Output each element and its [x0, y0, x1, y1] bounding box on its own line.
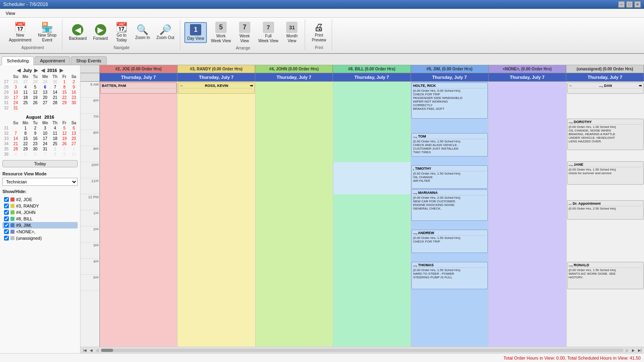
- aug-day-3b[interactable]: 3: [69, 146, 78, 152]
- none-checkbox[interactable]: [4, 229, 9, 234]
- jul-day-2[interactable]: 2: [69, 79, 78, 84]
- jul-day-25[interactable]: 25: [21, 100, 31, 105]
- jul-day-29[interactable]: 29: [40, 79, 50, 84]
- scroll-back-btn[interactable]: ◀: [89, 348, 93, 352]
- jul-day-16[interactable]: 16: [69, 90, 78, 95]
- tab-appointment[interactable]: Appointment: [35, 56, 70, 65]
- aug-day-6b[interactable]: 6: [31, 152, 40, 157]
- aug-day-29[interactable]: 29: [21, 146, 31, 152]
- aug-day-22[interactable]: 22: [21, 141, 31, 146]
- aug-day-3[interactable]: 3: [40, 125, 50, 131]
- aug-day-10b[interactable]: 10: [69, 152, 78, 157]
- work-week-view-button[interactable]: 5 WorkWeek View: [208, 20, 233, 45]
- jim-checkbox[interactable]: [4, 223, 9, 228]
- jul-day-8[interactable]: 8: [60, 84, 69, 90]
- jul-day-27[interactable]: 27: [40, 100, 50, 105]
- aug-day-18[interactable]: 18: [50, 136, 60, 141]
- new-appointment-button[interactable]: 📅 NewAppointment: [6, 21, 34, 44]
- appointment-ronald[interactable]: ..., RONALD (0.00 Order Hrs, 1.50 Sched …: [567, 262, 644, 289]
- aug-day-31[interactable]: 31: [40, 146, 50, 152]
- aug-day-8[interactable]: 8: [21, 131, 31, 136]
- jul-day-29[interactable]: 29: [60, 100, 69, 105]
- aug-day-1[interactable]: 1: [21, 125, 31, 131]
- jul-day-28[interactable]: 28: [31, 79, 40, 84]
- jul-day-21[interactable]: 21: [50, 95, 60, 100]
- minimize-button[interactable]: ─: [618, 1, 625, 8]
- jul-day-30[interactable]: 30: [69, 100, 78, 105]
- jul-day-1[interactable]: 1: [60, 79, 69, 84]
- tab-scheduling[interactable]: Scheduling: [2, 56, 34, 65]
- aug-day-2b[interactable]: 2: [60, 146, 69, 152]
- full-week-view-button[interactable]: 7 FullWeek View: [256, 20, 281, 45]
- scroll-end-btn[interactable]: ▶|: [637, 348, 642, 352]
- jul-day-6[interactable]: 6: [40, 84, 50, 90]
- jul-day-7[interactable]: 7: [50, 84, 60, 90]
- aug-day-5b[interactable]: 5: [21, 152, 31, 157]
- jul-day-17[interactable]: 17: [11, 95, 20, 100]
- july-next-nav[interactable]: ▶: [33, 68, 39, 73]
- appointment-dorothy[interactable]: ..., DOROTHY (0.00 Order Hrs, 1.00 Sched…: [567, 119, 644, 150]
- appointment-andrew[interactable]: ..., ANDREW (0.00 Order Hrs, 1.50 Sched …: [411, 230, 488, 253]
- jul-day-11[interactable]: 11: [21, 90, 31, 95]
- aug-day-25[interactable]: 25: [50, 141, 60, 146]
- july-prev-nav[interactable]: ◀: [16, 68, 21, 73]
- print-preview-button[interactable]: 🖨 PrintPreview: [309, 21, 328, 44]
- month-view-button[interactable]: 31 MonthView: [282, 20, 301, 45]
- aug-day-23[interactable]: 23: [31, 141, 40, 146]
- forward-button[interactable]: ▶ Forward: [91, 23, 110, 43]
- show-hide-john[interactable]: #4, JOHN: [2, 209, 78, 216]
- john-checkbox[interactable]: [4, 210, 9, 215]
- appointment-holte-rick[interactable]: HOLTE, RICK (0.00 Order Hrs, 0.00 Sched …: [411, 82, 488, 119]
- aug-day-9b[interactable]: 9: [60, 152, 69, 157]
- jul-day-15[interactable]: 15: [60, 90, 69, 95]
- scroll-start-btn[interactable]: |◀: [82, 348, 87, 352]
- aug-day-12[interactable]: 12: [60, 131, 69, 136]
- appointment-dan[interactable]: ↔ ..., DAN ➡: [567, 82, 644, 94]
- aug-day-7[interactable]: 7: [11, 131, 20, 136]
- aug-day-21[interactable]: 21: [11, 141, 20, 146]
- aug-day-14[interactable]: 14: [11, 136, 20, 141]
- scroll-track[interactable]: [101, 349, 623, 352]
- year-next-nav[interactable]: ▶: [59, 68, 64, 73]
- jul-day-26[interactable]: 26: [11, 79, 20, 84]
- day-view-button[interactable]: 1 Day View: [184, 22, 207, 43]
- jul-day-5[interactable]: 5: [31, 84, 40, 90]
- aug-day-9[interactable]: 9: [31, 131, 40, 136]
- go-to-today-button[interactable]: 📆 Go toToday: [112, 21, 131, 44]
- jul-day-26[interactable]: 26: [31, 100, 40, 105]
- zoom-out-button[interactable]: 🔎 Zoom Out: [154, 23, 177, 42]
- appointment-thomas[interactable]: ..., THOMAS (0.00 Order Hrs, 1.50 Sched …: [411, 262, 488, 289]
- jul-day-22[interactable]: 22: [60, 95, 69, 100]
- jul-day-23[interactable]: 23: [69, 95, 78, 100]
- show-hide-bill[interactable]: #8, BILL: [2, 216, 78, 222]
- today-button[interactable]: Today: [2, 160, 78, 167]
- aug-day-15[interactable]: 15: [21, 136, 31, 141]
- new-shop-event-button[interactable]: 🏪 New ShopEvent: [35, 21, 59, 44]
- year-prev-nav[interactable]: ◀: [40, 68, 45, 73]
- randy-checkbox[interactable]: [4, 204, 9, 208]
- tab-shop-events[interactable]: Shop Events: [71, 56, 106, 65]
- bill-checkbox[interactable]: [4, 216, 9, 221]
- menu-view[interactable]: View: [3, 10, 18, 16]
- unassigned-checkbox[interactable]: [4, 236, 9, 241]
- jul-day-4[interactable]: 4: [21, 84, 31, 90]
- show-hide-unassigned[interactable]: (unassigned): [2, 235, 78, 241]
- aug-day-20[interactable]: 20: [69, 136, 78, 141]
- aug-day-7b[interactable]: 7: [40, 152, 50, 157]
- aug-day-5[interactable]: 5: [60, 125, 69, 131]
- jul-day-30[interactable]: 30: [50, 79, 60, 84]
- maximize-button[interactable]: □: [626, 1, 633, 8]
- scroll-prev-btn[interactable]: ◁: [95, 348, 99, 352]
- joe-checkbox[interactable]: [4, 197, 9, 202]
- scroll-next-btn[interactable]: ▷: [625, 348, 630, 352]
- aug-day-6[interactable]: 6: [69, 125, 78, 131]
- appointment-ross-kevin[interactable]: ↔ ROSS, KEVIN ➡: [178, 82, 254, 94]
- show-hide-none[interactable]: <NONE>,: [2, 228, 78, 235]
- aug-day-17[interactable]: 17: [40, 136, 50, 141]
- jul-day-9[interactable]: 9: [69, 84, 78, 90]
- aug-day-10[interactable]: 10: [40, 131, 50, 136]
- aug-day-19[interactable]: 19: [60, 136, 69, 141]
- backward-button[interactable]: ◀ Backward: [66, 23, 89, 43]
- aug-day-4b[interactable]: 4: [11, 152, 20, 157]
- aug-day-2[interactable]: 2: [31, 125, 40, 131]
